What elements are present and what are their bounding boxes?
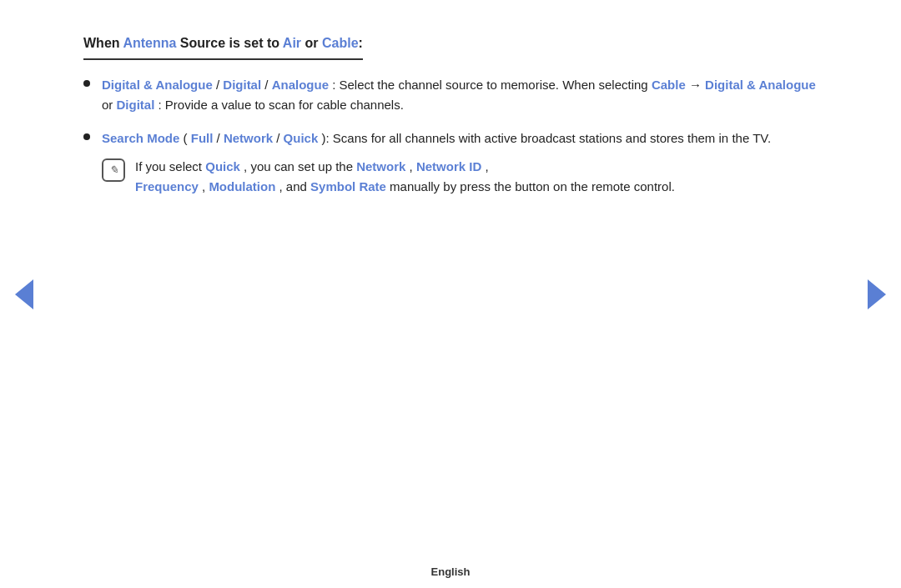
note-modulation-link: Modulation — [209, 179, 275, 193]
analogue-link: Analogue — [272, 78, 329, 92]
bullet1-arrow: → — [689, 78, 705, 92]
bullet-dot-2 — [83, 133, 90, 140]
heading-when: When — [83, 36, 123, 50]
bullet-list: Digital & Analogue / Digital / Analogue … — [83, 75, 818, 197]
bullet2-sep2: / — [276, 131, 283, 145]
note-text-end: manually by press the button on the remo… — [390, 179, 675, 193]
bullet1-or: or — [102, 98, 117, 112]
heading-air: Air — [283, 36, 301, 50]
section-heading: When Antenna Source is set to Air or Cab… — [83, 33, 363, 60]
note-block: ✎ If you select Quick , you can set up t… — [102, 157, 818, 197]
note-text: If you select Quick , you can set up the… — [135, 157, 818, 197]
note-symbol-rate-link: Symbol Rate — [310, 179, 386, 193]
note-quick-link: Quick — [205, 159, 240, 173]
note-text-if: If you select — [135, 159, 205, 173]
digital-analogue-link: Digital & Analogue — [102, 78, 213, 92]
bullet1-text1: : Select the channel source to memorise.… — [332, 78, 652, 92]
content-area: When Antenna Source is set to Air or Cab… — [0, 0, 901, 555]
note-frequency-link: Frequency — [135, 179, 199, 193]
page-container: When Antenna Source is set to Air or Cab… — [0, 0, 901, 588]
note-text-mid1: , you can set up the — [244, 159, 356, 173]
heading-colon: : — [359, 36, 363, 50]
footer-language: English — [431, 565, 471, 578]
heading-source-text: Source is set to — [176, 36, 282, 50]
bullet-text-2: Search Mode ( Full / Network / Quick ): … — [102, 128, 818, 197]
digital-link-2: Digital — [117, 98, 155, 112]
heading-cable: Cable — [322, 36, 359, 50]
network-link: Network — [224, 131, 273, 145]
bullet1-text2: : Provide a value to scan for cable chan… — [159, 98, 404, 112]
list-item: Digital & Analogue / Digital / Analogue … — [83, 75, 818, 115]
heading-or: or — [301, 36, 322, 50]
heading-antenna: Antenna — [123, 36, 176, 50]
full-link: Full — [191, 131, 214, 145]
quick-link: Quick — [284, 131, 319, 145]
bullet-text-1: Digital & Analogue / Digital / Analogue … — [102, 75, 818, 115]
note-comma1: , — [410, 159, 416, 173]
note-network-link: Network — [356, 159, 405, 173]
bullet2-paren-open: ( — [184, 131, 188, 145]
bullet-dot — [83, 80, 90, 87]
nav-left-button[interactable] — [15, 279, 33, 309]
digital-link: Digital — [223, 78, 261, 92]
list-item: Search Mode ( Full / Network / Quick ): … — [83, 128, 818, 197]
nav-right-button[interactable] — [868, 279, 886, 309]
bullet2-sep1: / — [217, 131, 224, 145]
separator-2: / — [264, 78, 271, 92]
note-comma2: , — [485, 159, 488, 173]
note-network-id-link: Network ID — [416, 159, 481, 173]
footer: English — [0, 555, 901, 588]
cable-link-1: Cable — [652, 78, 686, 92]
digital-analogue-link-2: Digital & Analogue — [705, 78, 816, 92]
note-icon: ✎ — [102, 158, 125, 182]
search-mode-link: Search Mode — [102, 131, 179, 145]
note-and: , and — [279, 179, 311, 193]
bullet2-text: ): Scans for all channels with active br… — [321, 131, 771, 145]
